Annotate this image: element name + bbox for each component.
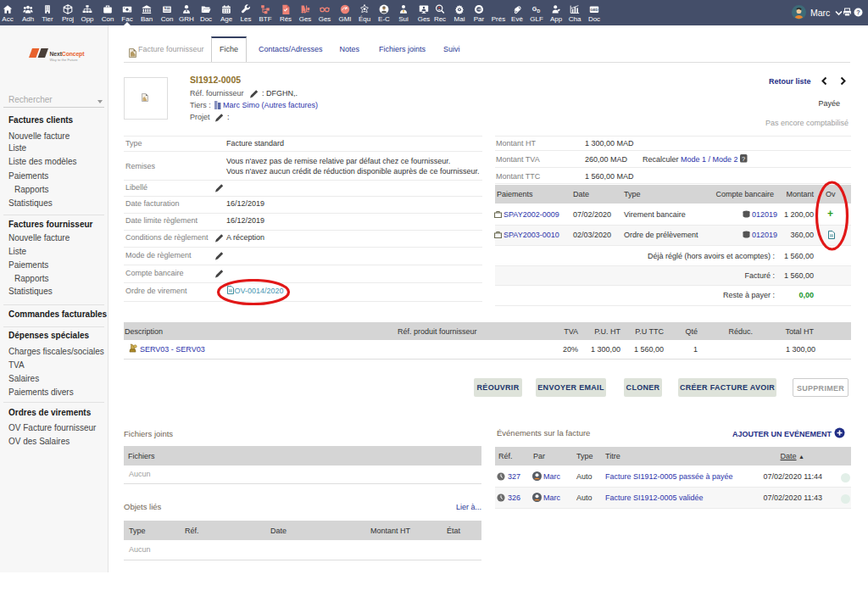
svg-text:NextConcept: NextConcept	[50, 51, 86, 58]
svg-text:S: S	[164, 6, 166, 10]
svg-text:?: ?	[856, 8, 860, 16]
svg-text:D: D	[537, 8, 540, 14]
svg-text:GED: GED	[590, 8, 598, 12]
svg-text:Way to the Future: Way to the Future	[50, 58, 79, 62]
svg-text:?: ?	[742, 155, 745, 163]
